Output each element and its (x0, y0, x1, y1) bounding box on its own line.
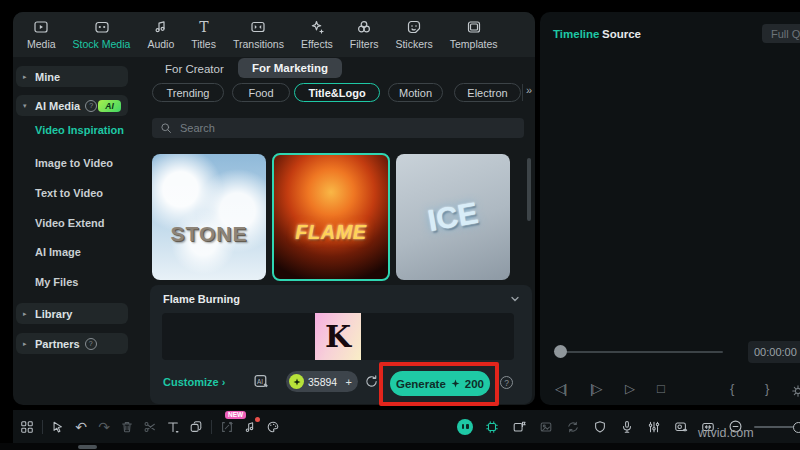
tab-transitions[interactable]: Transitions (233, 19, 284, 50)
seek-bar[interactable] (558, 351, 723, 353)
logo-preview-image[interactable]: K (315, 313, 361, 360)
sidebar-group-library[interactable]: ▸ Library (16, 303, 128, 324)
tab-label: Transitions (233, 38, 284, 50)
timecode-display: 00:00:00 (748, 341, 800, 363)
tab-effects[interactable]: Effects (301, 19, 333, 50)
play-button[interactable]: ▷ (625, 380, 634, 398)
tab-stickers[interactable]: Stickers (395, 19, 432, 50)
divider (522, 84, 523, 101)
sidebar-group-label: AI Media (35, 100, 80, 112)
tab-titles[interactable]: T Titles (191, 19, 216, 50)
add-credits-button[interactable]: + (346, 376, 352, 388)
zoom-slider-handle[interactable] (793, 422, 800, 433)
layout-grid-icon[interactable] (19, 419, 35, 435)
add-text-icon[interactable] (165, 419, 181, 435)
refresh-icon[interactable] (363, 373, 379, 389)
audio-mixer-icon[interactable] (646, 419, 662, 435)
mark-in-button[interactable]: { (730, 380, 734, 398)
quality-selector[interactable]: Full Qu (762, 24, 800, 43)
redo-icon[interactable]: ↷ (96, 419, 112, 435)
ai-copilot-icon[interactable] (457, 419, 473, 435)
sync-arrows-icon[interactable] (565, 419, 581, 435)
sidebar-item-ai-image[interactable]: AI Image (35, 246, 81, 258)
previous-frame-button[interactable]: ◁| (555, 380, 566, 398)
sidebar-group-ai-media[interactable]: ▾ AI Media ? AI (16, 95, 128, 116)
sidebar-item-my-files[interactable]: My Files (35, 276, 78, 288)
sidebar-group-label: Partners (35, 338, 80, 350)
sidebar-group-partners[interactable]: ▸ Partners ? (16, 333, 128, 354)
sidebar-item-video-extend[interactable]: Video Extend (35, 217, 104, 229)
next-frame-button[interactable]: |▷ (590, 380, 601, 398)
templates-icon (466, 19, 482, 35)
chevron-right-icon: ▸ (23, 73, 32, 81)
color-palette-icon[interactable] (265, 419, 281, 435)
help-icon[interactable]: ? (500, 376, 513, 389)
tab-label: Effects (301, 38, 333, 50)
export-frame-icon[interactable] (511, 419, 527, 435)
credits-pill[interactable]: 35894 + (286, 371, 358, 392)
template-title: Flame Burning (163, 293, 240, 305)
tab-timeline[interactable]: Timeline (553, 28, 599, 40)
seek-handle[interactable] (554, 345, 567, 358)
shield-icon[interactable] (592, 419, 608, 435)
delete-trash-icon[interactable] (119, 419, 135, 435)
tab-label: Stock Media (73, 38, 131, 50)
tab-for-marketing[interactable]: For Marketing (238, 58, 342, 78)
tab-templates[interactable]: Templates (450, 19, 498, 50)
horizontal-scroll-handle[interactable] (78, 445, 97, 449)
ai-chip-icon[interactable] (484, 419, 500, 435)
sidebar-item-video-inspiration[interactable]: Video Inspiration (35, 124, 124, 136)
tab-source[interactable]: Source (602, 28, 641, 40)
select-cursor-icon[interactable] (50, 419, 66, 435)
stock-media-content: For Creator For Marketing Trending Food … (148, 57, 535, 405)
ai-audio-icon[interactable] (242, 419, 258, 435)
sidebar-item-image-to-video[interactable]: Image to Video (35, 157, 113, 169)
speed-ramp-icon[interactable] (673, 419, 689, 435)
sidebar-item-text-to-video[interactable]: Text to Video (35, 187, 103, 199)
tab-for-creator[interactable]: For Creator (165, 63, 224, 75)
shapes-overlay-icon[interactable] (188, 419, 204, 435)
timeline-zoom-slider[interactable] (754, 419, 800, 435)
category-food[interactable]: Food (232, 83, 290, 102)
category-electronic[interactable]: Electron (454, 83, 521, 102)
search-input[interactable] (178, 121, 482, 135)
settings-gear-icon[interactable] (790, 382, 800, 400)
image-icon[interactable] (538, 419, 554, 435)
audio-icon (153, 19, 169, 35)
thumbnail-title: ICE (425, 196, 480, 238)
category-trending[interactable]: Trending (152, 83, 224, 102)
tab-label: Media (27, 38, 56, 50)
split-scissors-icon[interactable] (142, 419, 158, 435)
template-thumbnail-stone[interactable]: STONE (152, 154, 266, 280)
tab-audio[interactable]: Audio (147, 19, 174, 50)
template-thumbnail-ice[interactable]: ICE (396, 154, 510, 280)
category-motion[interactable]: Motion (388, 83, 443, 102)
search-bar[interactable] (152, 118, 524, 138)
tab-filters[interactable]: Filters (350, 19, 379, 50)
horizontal-scroll-strip (0, 443, 800, 450)
svg-text:AI: AI (257, 377, 263, 384)
help-icon[interactable]: ? (85, 338, 97, 350)
category-title-logo[interactable]: Title&Logo (294, 83, 380, 102)
generate-button[interactable]: Generate 200 (390, 371, 490, 396)
tab-stock-media[interactable]: Stock Media (73, 19, 131, 50)
thumbnail-title: STONE (171, 222, 248, 246)
microphone-icon[interactable] (619, 419, 635, 435)
stop-button[interactable]: □ (657, 380, 664, 398)
sidebar-group-mine[interactable]: ▸ Mine (16, 66, 128, 87)
mark-out-button[interactable]: } (765, 380, 769, 398)
template-thumbnail-flame[interactable]: FLAME (272, 153, 390, 281)
ai-text-tool-icon[interactable]: AI (252, 372, 270, 390)
app-screenshot: { "window": { "watermark": "wtvid.com" }… (0, 0, 800, 450)
search-icon (160, 122, 172, 134)
scene-remix-icon[interactable]: NEW (219, 419, 235, 435)
tab-label: Filters (350, 38, 379, 50)
undo-icon[interactable]: ↶ (73, 419, 89, 435)
tab-label: Stickers (395, 38, 432, 50)
help-icon[interactable]: ? (85, 100, 97, 112)
scrollbar[interactable] (527, 158, 531, 221)
customize-link[interactable]: Customize › (163, 376, 225, 388)
tab-media[interactable]: Media (27, 19, 56, 50)
collapse-chevron-icon[interactable] (510, 294, 520, 304)
categories-more-button[interactable]: » (526, 84, 532, 96)
